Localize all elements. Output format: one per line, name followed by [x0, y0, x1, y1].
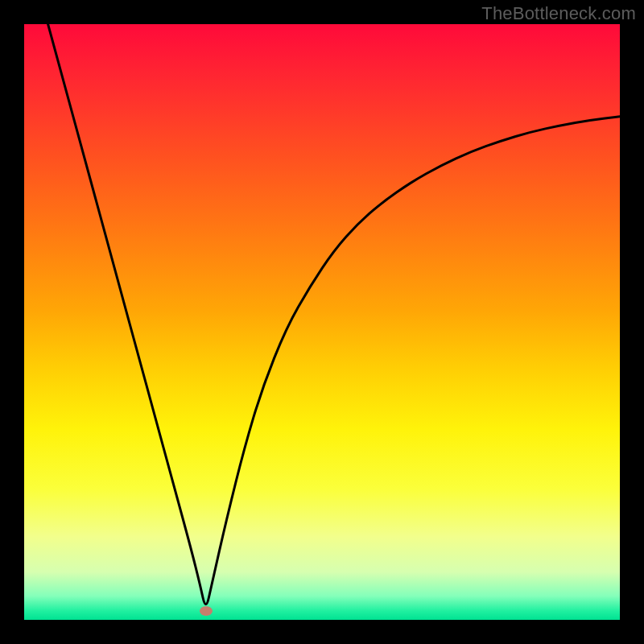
plot-area: [24, 24, 620, 620]
curve-layer: [24, 24, 620, 620]
optimal-point-marker: [200, 606, 213, 616]
chart-stage: TheBottleneck.com: [0, 0, 644, 644]
watermark-text: TheBottleneck.com: [481, 3, 636, 24]
bottleneck-curve: [48, 24, 620, 605]
